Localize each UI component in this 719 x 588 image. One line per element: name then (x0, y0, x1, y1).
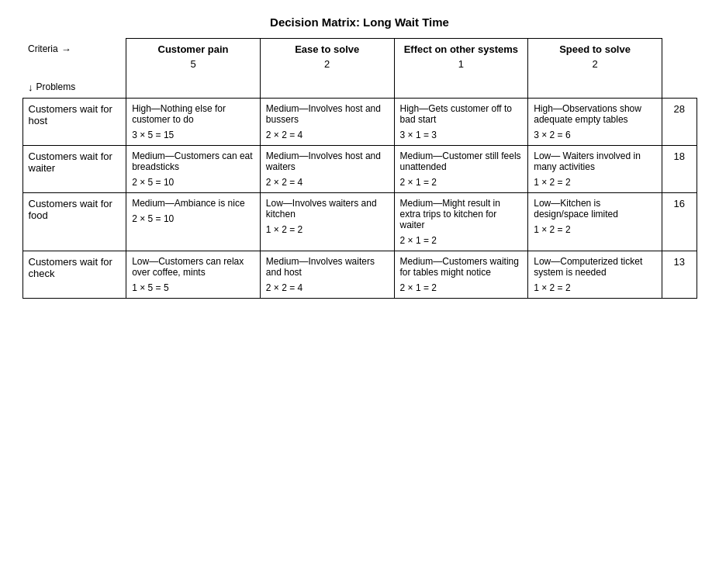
data-cell-r3-c1: Medium—Involves waiters and host2 × 2 = … (260, 251, 394, 298)
cell-formula: 1 × 2 = 2 (534, 224, 656, 235)
data-cell-r2-c3: Low—Kitchen is design/space limited1 × 2… (528, 192, 662, 251)
cell-description: Medium—Involves host and bussers (266, 103, 389, 125)
cell-description: Low—Kitchen is design/space limited (534, 198, 656, 220)
cell-description: Medium—Involves waiters and host (266, 256, 389, 278)
cell-description: High—Observations show adequate empty ta… (534, 103, 656, 125)
col-header-ease-to-solve: Ease to solve 2 (260, 39, 394, 99)
cell-description: Medium—Involves host and waiters (266, 150, 389, 172)
cell-description: Medium—Ambiance is nice (132, 198, 254, 209)
cell-description: Medium—Might result in extra trips to ki… (400, 198, 523, 230)
data-cell-r3-c3: Low—Computerized ticket system is needed… (528, 251, 662, 298)
data-cell-r1-c1: Medium—Involves host and waiters2 × 2 = … (260, 145, 394, 192)
data-cell-r1-c3: Low— Waiters involved in many activities… (528, 145, 662, 192)
data-cell-r2-c2: Medium—Might result in extra trips to ki… (394, 192, 528, 251)
table-row: Customers wait for waiterMedium—Customer… (22, 145, 697, 192)
criteria-label: Criteria → (28, 43, 120, 55)
problem-cell-1: Customers wait for waiter (22, 145, 126, 192)
cell-formula: 1 × 2 = 2 (534, 177, 656, 188)
decision-matrix: Criteria → ↓ Problems Customer pain 5 (22, 38, 697, 299)
cell-formula: 1 × 2 = 2 (266, 224, 389, 235)
data-cell-r3-c0: Low—Customers can relax over coffee, min… (126, 251, 261, 298)
cell-description: Medium—Customers can eat breadsticks (132, 150, 254, 172)
data-cell-r0-c2: High—Gets customer off to bad start3 × 1… (394, 98, 528, 145)
arrow-right-icon: → (61, 43, 71, 55)
col-header-total (662, 39, 697, 99)
col-header-speed-to-solve: Speed to solve 2 (528, 39, 662, 99)
cell-description: High—Nothing else for customer to do (132, 103, 254, 125)
cell-formula: 3 × 2 = 6 (534, 130, 656, 140)
table-row: Customers wait for checkLow—Customers ca… (22, 251, 697, 298)
problem-cell-3: Customers wait for check (22, 251, 126, 298)
data-cell-r0-c0: High—Nothing else for customer to do3 × … (126, 98, 261, 145)
table-row: Customers wait for foodMedium—Ambiance i… (22, 192, 697, 251)
data-cell-r0-c1: Medium—Involves host and bussers2 × 2 = … (260, 98, 394, 145)
data-cell-r0-c3: High—Observations show adequate empty ta… (528, 98, 662, 145)
cell-formula: 2 × 1 = 2 (400, 282, 523, 293)
data-cell-r1-c2: Medium—Customer still feels unattended2 … (394, 145, 528, 192)
cell-description: Low—Involves waiters and kitchen (266, 198, 389, 220)
page-title: Decision Matrix: Long Wait Time (22, 16, 697, 29)
total-cell-2: 16 (662, 192, 697, 251)
cell-description: High—Gets customer off to bad start (400, 103, 523, 125)
cell-description: Medium—Customers waiting for tables migh… (400, 256, 523, 278)
cell-description: Low— Waiters involved in many activities (534, 150, 656, 172)
col-header-customer-pain: Customer pain 5 (126, 39, 261, 99)
cell-description: Low—Computerized ticket system is needed (534, 256, 656, 278)
cell-formula: 2 × 2 = 4 (266, 282, 389, 293)
data-cell-r2-c1: Low—Involves waiters and kitchen1 × 2 = … (260, 192, 394, 251)
cell-description: Low—Customers can relax over coffee, min… (132, 256, 254, 278)
problems-label: ↓ Problems (28, 81, 120, 93)
cell-formula: 2 × 5 = 10 (132, 177, 254, 188)
col-header-effect-other: Effect on other systems 1 (394, 39, 528, 99)
cell-formula: 2 × 1 = 2 (400, 177, 523, 188)
cell-formula: 1 × 2 = 2 (534, 282, 656, 293)
table-row: Customers wait for hostHigh—Nothing else… (22, 98, 697, 145)
cell-formula: 2 × 2 = 4 (266, 130, 389, 140)
cell-formula: 2 × 5 = 10 (132, 213, 254, 224)
cell-formula: 3 × 1 = 3 (400, 130, 523, 140)
data-cell-r1-c0: Medium—Customers can eat breadsticks2 × … (126, 145, 261, 192)
total-cell-0: 28 (662, 98, 697, 145)
data-cell-r2-c0: Medium—Ambiance is nice2 × 5 = 10 (126, 192, 261, 251)
cell-formula: 2 × 2 = 4 (266, 177, 389, 188)
problem-cell-0: Customers wait for host (22, 98, 126, 145)
cell-formula: 3 × 5 = 15 (132, 130, 254, 140)
cell-description: Medium—Customer still feels unattended (400, 150, 523, 172)
arrow-down-icon: ↓ (28, 81, 33, 93)
total-cell-3: 13 (662, 251, 697, 298)
cell-formula: 2 × 1 = 2 (400, 235, 523, 246)
problem-cell-2: Customers wait for food (22, 192, 126, 251)
data-cell-r3-c2: Medium—Customers waiting for tables migh… (394, 251, 528, 298)
total-cell-1: 18 (662, 145, 697, 192)
cell-formula: 1 × 5 = 5 (132, 282, 254, 293)
corner-cell: Criteria → ↓ Problems (22, 39, 126, 99)
